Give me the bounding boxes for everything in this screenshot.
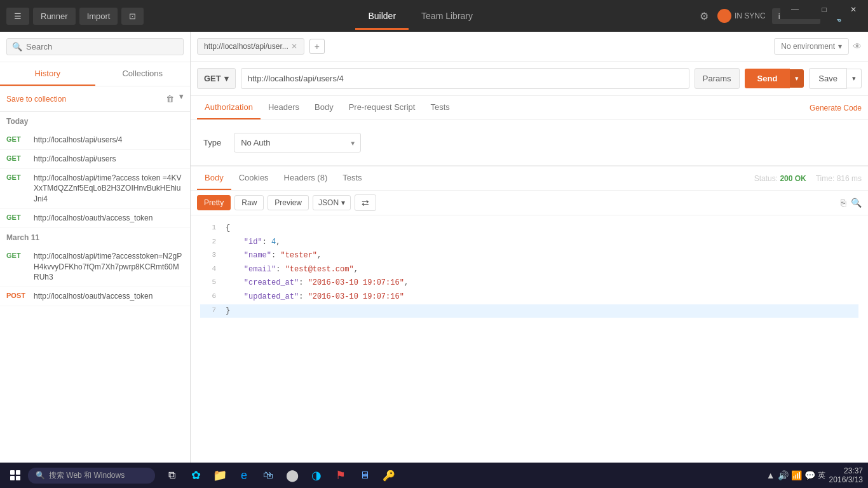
- search-in-response-button[interactable]: 🔍: [851, 198, 862, 208]
- taskbar-app-browser2[interactable]: ◑: [305, 464, 328, 487]
- layout-button[interactable]: ☰: [6, 8, 29, 25]
- chevron-down-icon: ▾: [838, 42, 842, 51]
- resp-tab-body[interactable]: Body: [197, 166, 231, 190]
- copy-icon-button[interactable]: ⎘: [841, 198, 846, 208]
- body-raw-button[interactable]: Raw: [234, 195, 264, 210]
- language-icon[interactable]: 英: [818, 470, 825, 481]
- auth-type-select[interactable]: No Auth: [234, 133, 361, 152]
- taskbar-system-icons: ▲ 🔊 📶 💬 英: [766, 470, 825, 481]
- resp-tab-cookies[interactable]: Cookies: [231, 166, 276, 190]
- runner-button[interactable]: Runner: [33, 8, 76, 25]
- code-line: 7 }: [200, 304, 858, 318]
- tab-body[interactable]: Body: [307, 96, 341, 119]
- notification-icon[interactable]: 💬: [804, 470, 815, 480]
- code-line: 5 "created_at": "2016-03-10 19:07:16",: [200, 276, 858, 290]
- line-number: 2: [200, 236, 216, 248]
- code-line: 3 "name": "tester",: [200, 249, 858, 263]
- history-url: http://localhost/api/users: [34, 154, 116, 165]
- sidebar-tab-history[interactable]: History: [0, 62, 95, 86]
- settings-icon-button[interactable]: ⚙: [697, 8, 711, 25]
- chevron-down-icon: ▾: [341, 198, 345, 207]
- history-item[interactable]: GET http://localhost/api/time?accesstoke…: [0, 247, 190, 287]
- tab-team-library-label: Team Library: [421, 11, 473, 21]
- send-dropdown-button[interactable]: ▾: [790, 69, 804, 88]
- save-dropdown-button[interactable]: ▾: [847, 69, 862, 88]
- history-item[interactable]: GET http://localhost/oauth/access_token: [0, 209, 190, 228]
- params-button[interactable]: Params: [695, 68, 740, 89]
- method-select[interactable]: GET ▾: [197, 68, 236, 89]
- new-tab-icon: ⊡: [129, 11, 136, 21]
- clock-date: 2016/3/13: [829, 475, 863, 484]
- search-input[interactable]: [26, 42, 178, 51]
- line-number: 7: [200, 304, 216, 317]
- history-item[interactable]: GET http://localhost/api/time?access tok…: [0, 169, 190, 209]
- taskbar-clock[interactable]: 23:37 2016/3/13: [829, 466, 863, 484]
- search-icon: 🔍: [36, 471, 45, 480]
- method-badge-get: GET: [6, 173, 29, 181]
- auth-section: Type No Auth: [191, 120, 868, 166]
- history-url: http://localhost/api/users/4: [34, 135, 122, 146]
- tab-headers[interactable]: Headers: [261, 96, 307, 119]
- taskbar-app-butterfly[interactable]: ✿: [184, 464, 207, 487]
- taskbar-app-tools[interactable]: 🔑: [377, 464, 400, 487]
- resp-tab-headers[interactable]: Headers (8): [276, 166, 336, 190]
- start-button[interactable]: [5, 465, 25, 485]
- tab-builder[interactable]: Builder: [355, 7, 409, 25]
- auth-select-wrap: No Auth: [234, 133, 361, 152]
- taskbar-app-chrome[interactable]: ⬤: [281, 464, 304, 487]
- top-navigation: ☰ Runner Import ⊡ Builder Team Library ⚙…: [0, 0, 868, 32]
- wrap-lines-button[interactable]: ⇄: [355, 194, 376, 211]
- request-tab-pill[interactable]: http://localhost/api/user... ✕: [197, 38, 304, 55]
- taskbar-app-edge[interactable]: e: [233, 464, 255, 487]
- body-icons: ⎘ 🔍: [841, 198, 862, 208]
- taskbar-app-red-app[interactable]: ⚑: [329, 464, 352, 487]
- generate-code-button[interactable]: Generate Code: [810, 104, 862, 112]
- eye-icon-button[interactable]: 👁: [853, 41, 862, 51]
- taskbar-app-task-view[interactable]: ⧉: [160, 464, 183, 487]
- minimize-button[interactable]: —: [780, 0, 810, 19]
- march-section-title: March 11: [0, 228, 190, 247]
- save-to-collection-button[interactable]: Save to collection: [6, 95, 66, 104]
- line-number: 5: [200, 276, 216, 289]
- chrome-icon: ⬤: [286, 468, 299, 482]
- chevron-down-icon: ▾: [224, 74, 229, 83]
- sidebar-search-area: 🔍: [0, 32, 190, 62]
- env-select: No environment ▾ 👁: [774, 38, 862, 55]
- import-button[interactable]: Import: [79, 8, 118, 25]
- body-format-select[interactable]: JSON ▾: [313, 195, 351, 210]
- body-preview-button[interactable]: Preview: [268, 195, 309, 210]
- save-button[interactable]: Save: [809, 68, 847, 89]
- tab-tests[interactable]: Tests: [423, 96, 457, 119]
- status-value: 200 OK: [780, 174, 806, 183]
- show-hidden-icon[interactable]: ▲: [766, 470, 775, 480]
- close-button[interactable]: ✕: [839, 0, 868, 19]
- network-icon[interactable]: 📶: [791, 470, 802, 480]
- taskbar-search[interactable]: 🔍 搜索 Web 和 Windows: [28, 468, 155, 484]
- env-dropdown[interactable]: No environment ▾: [774, 38, 849, 55]
- maximize-button[interactable]: □: [810, 0, 839, 19]
- sidebar-tab-collections[interactable]: Collections: [95, 62, 191, 86]
- tab-builder-label: Builder: [368, 11, 396, 21]
- tab-authorization[interactable]: Authorization: [197, 96, 261, 119]
- tab-pre-request[interactable]: Pre-request Script: [341, 96, 423, 119]
- url-input[interactable]: [241, 68, 689, 89]
- add-tab-button[interactable]: +: [309, 39, 325, 54]
- nav-center: Builder Team Library: [147, 7, 693, 25]
- resp-tab-tests[interactable]: Tests: [335, 166, 369, 190]
- taskbar-app-file-explorer[interactable]: 📁: [208, 464, 231, 487]
- code-viewer: 1 { 2 "id": 4, 3 "name": "tester",: [191, 215, 868, 463]
- nav-left: ☰ Runner Import ⊡: [6, 8, 144, 25]
- sidebar-action-icons: 🗑 ▾: [163, 92, 184, 106]
- taskbar-app-monitor[interactable]: 🖥: [353, 464, 376, 487]
- history-item[interactable]: GET http://localhost/api/users: [0, 150, 190, 169]
- history-item[interactable]: POST http://localhost/oauth/access_token: [0, 287, 190, 306]
- new-tab-button[interactable]: ⊡: [121, 8, 144, 25]
- tab-team-library[interactable]: Team Library: [409, 7, 485, 25]
- request-config: GET ▾ Params Send ▾ Save ▾: [191, 62, 868, 96]
- volume-icon[interactable]: 🔊: [778, 470, 789, 480]
- body-pretty-button[interactable]: Pretty: [197, 195, 231, 210]
- history-item[interactable]: GET http://localhost/api/users/4: [0, 131, 190, 150]
- delete-icon-button[interactable]: 🗑: [163, 92, 177, 106]
- taskbar-app-store[interactable]: 🛍: [257, 464, 280, 487]
- send-button[interactable]: Send: [745, 69, 790, 88]
